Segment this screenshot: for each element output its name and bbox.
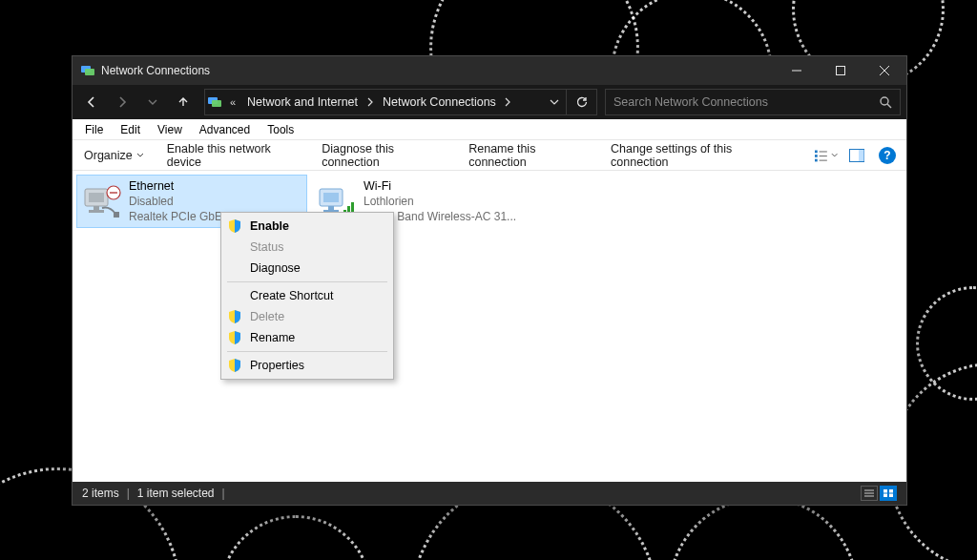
svg-rect-36 [889, 489, 893, 493]
svg-rect-7 [212, 100, 221, 107]
breadcrumb-overflow[interactable]: « [224, 89, 241, 115]
status-item-count: 2 items [82, 487, 119, 500]
maximize-button[interactable] [819, 56, 863, 85]
svg-rect-1 [85, 69, 94, 75]
minimize-button[interactable] [775, 56, 819, 85]
svg-rect-13 [820, 156, 827, 156]
search-icon[interactable] [871, 89, 900, 115]
search-box[interactable] [605, 89, 901, 115]
svg-rect-11 [820, 151, 827, 152]
svg-rect-22 [114, 212, 119, 218]
svg-rect-15 [820, 159, 827, 160]
breadcrumb-dropdown[interactable] [543, 89, 566, 115]
chevron-down-icon [136, 153, 144, 158]
cmd-change-settings[interactable]: Change settings of this connection [607, 144, 784, 167]
svg-line-9 [887, 104, 891, 108]
svg-rect-12 [815, 155, 818, 157]
up-button[interactable] [170, 89, 197, 115]
back-button[interactable] [78, 89, 105, 115]
cmd-view-options[interactable] [815, 144, 838, 167]
shield-icon [227, 218, 242, 234]
connection-status: Lothlorien [364, 194, 537, 209]
ctx-separator [227, 351, 387, 352]
view-icons-button[interactable] [880, 486, 897, 501]
forward-button[interactable] [109, 89, 135, 115]
ctx-separator [227, 281, 387, 282]
menu-edit[interactable]: Edit [112, 119, 149, 139]
window-title: Network Connections [101, 64, 210, 77]
network-connections-icon [80, 63, 95, 78]
search-input[interactable] [606, 90, 871, 114]
content-area[interactable]: Ethernet Disabled Realtek PCIe GbE [73, 171, 906, 482]
navigation-bar: « Network and Internet Network Connectio… [73, 85, 906, 119]
status-bar: 2 items | 1 item selected | [73, 482, 906, 505]
recent-locations-button[interactable] [139, 89, 166, 115]
close-button[interactable] [863, 56, 906, 85]
cmd-help[interactable]: ? [876, 144, 899, 167]
ctx-enable-label: Enable [250, 219, 289, 233]
cmd-organize[interactable]: Organize [80, 144, 148, 167]
ctx-diagnose[interactable]: Diagnose [223, 258, 391, 279]
ctx-properties[interactable]: Properties [223, 355, 391, 376]
svg-rect-20 [94, 206, 99, 210]
connection-name: Ethernet [129, 178, 302, 194]
cmd-organize-label: Organize [84, 149, 133, 162]
ctx-create-shortcut[interactable]: Create Shortcut [223, 285, 391, 306]
shield-icon [227, 330, 242, 345]
menu-file[interactable]: File [76, 119, 112, 139]
connection-name: Wi-Fi [364, 178, 537, 194]
breadcrumb-seg-network-connections[interactable]: Network Connections [377, 89, 502, 115]
svg-rect-35 [883, 489, 887, 493]
cmd-enable-device[interactable]: Enable this network device [163, 144, 302, 167]
ctx-properties-label: Properties [250, 359, 304, 372]
svg-rect-3 [837, 67, 845, 75]
chevron-right-icon[interactable] [502, 89, 515, 115]
svg-rect-14 [815, 158, 818, 161]
breadcrumb-bar[interactable]: « Network and Internet Network Connectio… [204, 89, 597, 115]
menu-bar: File Edit View Advanced Tools [73, 119, 906, 140]
ethernet-disabled-icon [81, 181, 121, 221]
menu-view[interactable]: View [149, 119, 191, 139]
chevron-down-icon [831, 153, 838, 158]
chevron-right-icon[interactable] [364, 89, 377, 115]
ctx-diagnose-label: Diagnose [250, 261, 301, 275]
svg-rect-10 [815, 150, 818, 153]
breadcrumb-icon [205, 89, 224, 115]
view-mode-toggle [861, 486, 897, 501]
help-icon: ? [879, 147, 896, 164]
network-connections-window: Network Connections [72, 55, 907, 506]
breadcrumb-seg-network-and-internet[interactable]: Network and Internet [241, 89, 364, 115]
connection-status: Disabled [129, 194, 302, 209]
title-bar[interactable]: Network Connections [73, 56, 906, 85]
svg-rect-17 [859, 150, 864, 161]
cmd-rename[interactable]: Rename this connection [465, 144, 592, 167]
refresh-button[interactable] [566, 89, 596, 115]
ctx-status-label: Status [250, 240, 283, 254]
svg-rect-19 [89, 193, 104, 202]
ctx-delete: Delete [223, 306, 391, 327]
ctx-create-shortcut-label: Create Shortcut [250, 289, 334, 302]
svg-rect-21 [89, 210, 104, 213]
status-selected-count: 1 item selected [137, 487, 215, 500]
command-bar: Organize Enable this network device Diag… [73, 140, 906, 171]
svg-rect-38 [889, 494, 893, 498]
connection-list: Ethernet Disabled Realtek PCIe GbE [73, 171, 906, 232]
menu-advanced[interactable]: Advanced [191, 119, 259, 139]
svg-rect-27 [328, 206, 334, 210]
svg-rect-37 [883, 494, 887, 498]
context-menu: Enable Status Diagnose Create Shortcut D… [220, 212, 394, 380]
shield-icon [227, 309, 242, 324]
ctx-enable[interactable]: Enable [223, 216, 391, 237]
ctx-rename[interactable]: Rename [223, 327, 391, 348]
ctx-rename-label: Rename [250, 331, 295, 344]
menu-tools[interactable]: Tools [259, 119, 302, 139]
view-details-button[interactable] [861, 486, 878, 501]
cmd-preview-pane[interactable] [845, 144, 868, 167]
ctx-status: Status [223, 237, 391, 258]
shield-icon [227, 358, 242, 373]
ctx-delete-label: Delete [250, 310, 284, 323]
svg-point-8 [881, 97, 888, 105]
cmd-diagnose[interactable]: Diagnose this connection [318, 144, 449, 167]
svg-rect-26 [323, 193, 339, 202]
